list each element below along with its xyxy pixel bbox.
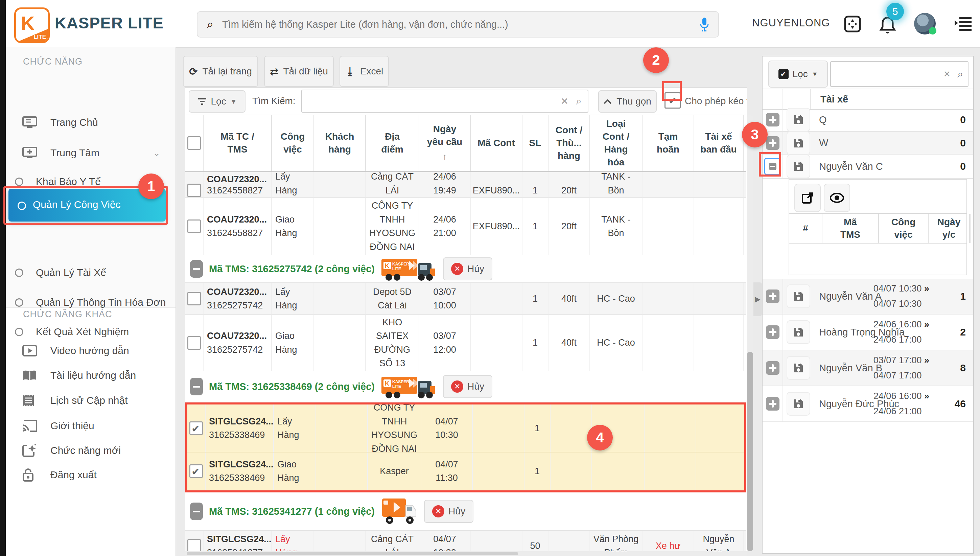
column-header-2[interactable]: Khách hàng [314, 115, 366, 171]
driver-row-5[interactable]: Nguyễn Văn B03/07 17:00 »04/07 17:008 [762, 351, 973, 386]
sidebar-item-other-0[interactable]: Video hướng dẫn [6, 341, 176, 361]
expand-toggle-button[interactable] [764, 158, 781, 175]
filter-dropdown-button[interactable]: Lọc ▼ [189, 90, 245, 113]
expand-plus-icon[interactable] [766, 289, 780, 303]
sidebar-item-other-5[interactable]: Đăng xuất [6, 465, 176, 485]
cancel-button[interactable]: ✕Hủy [443, 257, 492, 280]
table-row-0[interactable]: COAU72320...31624558827Lấy HàngCảng CÁT … [185, 172, 746, 198]
location-cell: CÔNG TY TNHH HYOSUNG ĐỒNG NAI [366, 198, 419, 255]
global-search-input[interactable] [221, 19, 699, 31]
collapse-rows-button[interactable]: Thu gọn [598, 90, 657, 113]
drivers-filter-button[interactable]: ✔ Lọc ▼ [768, 61, 828, 87]
view-button[interactable] [824, 184, 850, 212]
expand-plus-icon[interactable] [766, 361, 780, 375]
table-row-4[interactable]: COAU72320...31625275742Giao HàngKHO SAIT… [185, 315, 746, 371]
scrollbar-thumb[interactable] [747, 352, 753, 551]
select-all-checkbox[interactable] [187, 136, 201, 150]
column-header-8[interactable]: Loại Cont / Hàng hóa [590, 115, 643, 171]
column-header-10[interactable]: Tài xế ban đầu [694, 115, 744, 171]
collapse-menu-icon[interactable] [955, 17, 972, 32]
sidebar-item-0[interactable]: Trang Chủ [6, 112, 176, 133]
excel-export-button[interactable]: ⭳ Excel [339, 56, 389, 87]
expand-plus-icon[interactable] [766, 136, 780, 150]
microphone-icon[interactable] [699, 17, 709, 32]
avatar[interactable] [914, 13, 936, 34]
sidebar-item-other-4[interactable]: Chức năng mới [6, 440, 176, 461]
table-row-3[interactable]: COAU72320...31625275742Lấy HàngDepot 5D … [185, 283, 746, 315]
save-driver-button[interactable] [786, 131, 810, 155]
cell-text: TANK - Bồn [601, 213, 631, 240]
row-checkbox[interactable] [189, 464, 203, 478]
reload-page-button[interactable]: ⟳ Tải lại trang [183, 56, 258, 87]
column-header-0[interactable]: Mã TC / TMS [203, 115, 272, 171]
column-header-4[interactable]: Ngày yêu cầu↑ [419, 115, 471, 171]
save-driver-button[interactable] [786, 356, 810, 380]
fullscreen-icon[interactable] [844, 15, 861, 33]
table-row-1[interactable]: COAU72320...31624558827Giao HàngCÔNG TY … [185, 198, 746, 255]
external-link-icon [801, 192, 814, 204]
row-checkbox[interactable] [187, 292, 201, 305]
driver-row-3[interactable]: Nguyễn Văn A04/07 10:30 »04/07 10:301 [762, 279, 973, 315]
sidebar-item-1[interactable]: Trung Tâm⌄ [6, 143, 176, 163]
drag-drop-checkbox[interactable]: ✔ [665, 92, 681, 108]
save-driver-button[interactable] [786, 320, 810, 344]
username-label[interactable]: NGUYENLONG [752, 17, 830, 29]
table-search-input[interactable] [307, 96, 561, 107]
app-logo[interactable]: K LITE [14, 7, 50, 43]
driver-row-1[interactable]: W0 [762, 132, 973, 155]
sidebar-item-other-1[interactable]: Tài liệu hướng dẫn [6, 365, 176, 386]
collapse-group-icon[interactable] [190, 260, 203, 278]
open-external-button[interactable] [794, 184, 821, 212]
drivers-search-input[interactable] [835, 69, 943, 80]
collapse-group-icon[interactable] [190, 378, 203, 395]
expand-plus-icon[interactable] [766, 397, 780, 411]
column-header-7[interactable]: Cont / Thù... hàng [549, 115, 590, 171]
search-icon[interactable]: ⌕ [576, 95, 582, 107]
sidebar-item-other-2[interactable]: Lịch sử Cập nhật [6, 390, 176, 411]
horizontal-scrollbar[interactable] [185, 551, 747, 556]
driver-row-0[interactable]: Q0 [762, 108, 973, 132]
row-checkbox[interactable] [187, 539, 201, 553]
row-checkbox[interactable] [189, 422, 203, 435]
expand-plus-icon[interactable] [766, 113, 780, 126]
column-header-3[interactable]: Địa điểm [366, 115, 419, 171]
sidebar-item-other-3[interactable]: Giới thiệu [6, 415, 176, 436]
save-driver-button[interactable] [786, 392, 810, 415]
cell-text: 1 [533, 292, 538, 306]
sidebar-item-5[interactable]: Quản Lý Tài Xế [6, 262, 176, 283]
panel-collapse-handle[interactable]: ▶ [754, 283, 762, 316]
column-header-1[interactable]: Công việc [272, 115, 314, 171]
column-header-9[interactable]: Tạm hoãn [643, 115, 694, 171]
cancel-button[interactable]: ✕Hủy [443, 375, 492, 398]
driver-row-2[interactable]: Nguyễn Văn C0 [762, 155, 973, 179]
load-data-button[interactable]: ⇄ Tải dữ liệu [264, 56, 334, 87]
table-row-6[interactable]: SITGLCSG24...31625338469Lấy HàngCÔNG TY … [187, 404, 744, 453]
search-icon[interactable]: ⌕ [957, 68, 963, 80]
checked-checkbox-icon[interactable]: ✔ [778, 69, 789, 79]
clear-search-icon[interactable]: ✕ [943, 69, 951, 79]
column-header-label: SL [529, 137, 541, 149]
cancel-button[interactable]: ✕Hủy [424, 500, 473, 523]
row-checkbox[interactable] [187, 220, 201, 233]
save-driver-button[interactable] [786, 155, 810, 178]
collapse-group-icon[interactable] [190, 503, 203, 520]
table-row-7[interactable]: SITGLCSG24...31625338469Giao HàngKasper0… [187, 453, 744, 490]
expand-plus-icon[interactable] [766, 325, 780, 339]
scrollbar-thumb[interactable] [187, 552, 518, 555]
row-checkbox[interactable] [187, 336, 201, 350]
vertical-scrollbar[interactable] [747, 115, 753, 552]
column-header-6[interactable]: SL [523, 115, 549, 171]
global-search[interactable]: ⌕ [197, 11, 719, 37]
save-driver-button[interactable] [786, 108, 810, 132]
cell-text: KHO SAITEX ĐƯỜNG SỐ 13 [375, 315, 410, 370]
row-checkbox[interactable] [187, 184, 201, 197]
cell-text: Kasper [380, 464, 409, 478]
clear-search-icon[interactable]: ✕ [561, 96, 568, 107]
postpone-cell [644, 453, 696, 490]
sort-asc-icon[interactable]: ↑ [442, 150, 447, 163]
driver-row-4[interactable]: Hoàng Trọng Nghĩa24/06 16:00 »24/06 17:0… [762, 315, 973, 351]
save-driver-button[interactable] [786, 284, 810, 308]
column-header-5[interactable]: Mã Cont [471, 115, 523, 171]
driver-row-6[interactable]: Nguyễn Đức Phúc24/06 16:00 »24/06 21:004… [762, 386, 973, 422]
sidebar-item-7[interactable]: Kết Quả Xét Nghiệm [6, 322, 176, 342]
